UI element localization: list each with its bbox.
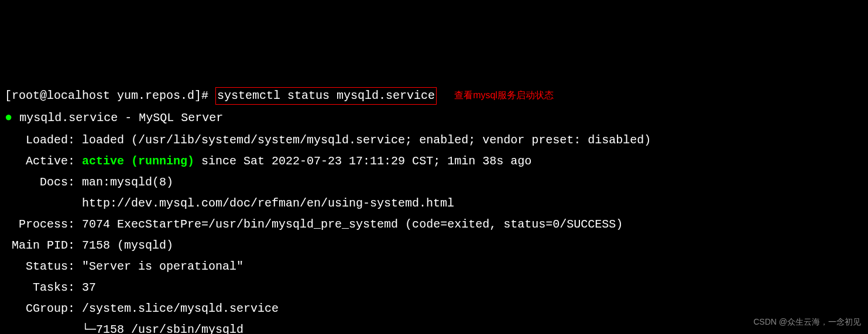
mainpid-label: Main PID: bbox=[5, 239, 82, 252]
process-value: 7074 ExecStartPre=/usr/bin/mysqld_pre_sy… bbox=[82, 218, 623, 231]
status-label: Status: bbox=[5, 260, 82, 273]
active-since: since Sat 2022-07-23 17:11:29 CST; 1min … bbox=[194, 154, 531, 168]
process-label: Process: bbox=[5, 218, 82, 231]
status-bullet-icon: ● bbox=[5, 111, 12, 125]
active-status: active (running) bbox=[82, 154, 194, 168]
cgroup-label: CGroup: bbox=[5, 302, 82, 315]
shell-prompt: [root@localhost yum.repos.d]# bbox=[5, 89, 215, 102]
loaded-value: loaded (/usr/lib/systemd/system/mysqld.s… bbox=[82, 133, 651, 147]
watermark-text: CSDN @众生云海，一念初见 bbox=[753, 315, 861, 329]
command-highlight-box: systemctl status mysqld.service bbox=[215, 87, 437, 105]
status-value: "Server is operational" bbox=[82, 260, 243, 273]
loaded-label: Loaded: bbox=[5, 133, 82, 147]
mainpid-value: 7158 (mysqld) bbox=[82, 239, 173, 252]
tasks-label: Tasks: bbox=[5, 281, 82, 294]
service-name-line: mysqld.service - MySQL Server bbox=[19, 111, 223, 125]
cgroup-value: /system.slice/mysqld.service bbox=[82, 302, 279, 315]
tasks-value: 37 bbox=[82, 281, 96, 294]
docs-line1: man:mysqld(8) bbox=[82, 175, 173, 189]
active-label: Active: bbox=[5, 154, 82, 168]
docs-label: Docs: bbox=[5, 175, 82, 189]
docs-line2: http://dev.mysql.com/doc/refman/en/using… bbox=[5, 197, 454, 210]
annotation-text: 查看mysql服务启动状态 bbox=[454, 87, 554, 104]
cgroup-child: └─7158 /usr/sbin/mysqld bbox=[5, 323, 243, 334]
terminal-output[interactable]: [root@localhost yum.repos.d]# systemctl … bbox=[0, 84, 868, 334]
